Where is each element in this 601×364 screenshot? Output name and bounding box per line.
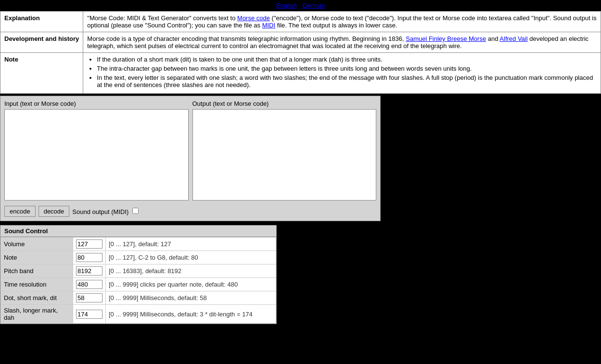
volume-row: Volume [0 ... 127], default: 127	[1, 238, 276, 251]
explanation-row: Explanation "Morse Code: MIDI & Text Gen…	[0, 12, 601, 32]
note-sc-label: Note	[1, 251, 73, 264]
output-textarea[interactable]	[192, 109, 377, 201]
explanation-content: "Morse Code: MIDI & Text Generator" conv…	[83, 12, 601, 32]
top-nav: English German	[0, 0, 601, 11]
time-resolution-input[interactable]	[76, 280, 102, 289]
io-buttons: encode decode Sound output (MIDI)	[4, 206, 376, 217]
dot-label: Dot, short mark, dit	[1, 291, 73, 305]
midi-link[interactable]: MIDI	[262, 22, 275, 29]
dot-row: Dot, short mark, dit [0 ... 9999] Millis…	[1, 291, 276, 305]
time-resolution-row: Time resolution [0 ... 9999] clicks per …	[1, 278, 276, 291]
info-table: Explanation "Morse Code: MIDI & Text Gen…	[0, 11, 601, 94]
time-resolution-desc: [0 ... 9999] clicks per quarter note, de…	[106, 278, 276, 291]
note-item-1: If the duration of a short mark (dit) is…	[97, 56, 597, 63]
development-label: Development and history	[0, 32, 83, 53]
output-col: Output (text or Morse code)	[192, 100, 377, 202]
note-row: Note If the duration of a short mark (di…	[0, 53, 601, 94]
pitch-input[interactable]	[76, 266, 102, 276]
slash-input[interactable]	[76, 310, 102, 319]
dot-input[interactable]	[76, 293, 102, 302]
sound-output-checkbox[interactable]	[132, 208, 139, 214]
explanation-label: Explanation	[0, 12, 83, 32]
development-row: Development and history Morse code is a …	[0, 32, 601, 53]
sound-control-header: Sound Control	[0, 226, 276, 237]
samuel-link[interactable]: Samuel Finley Breese Morse	[406, 35, 486, 42]
time-resolution-input-cell	[73, 278, 106, 291]
time-resolution-label: Time resolution	[1, 278, 73, 291]
output-label: Output (text or Morse code)	[192, 100, 377, 107]
development-content: Morse code is a type of character encodi…	[83, 32, 601, 53]
note-sc-desc: [0 ... 127], C-2 to G8, default: 80	[106, 251, 276, 264]
sound-control-table: Volume [0 ... 127], default: 127 Note [0…	[0, 237, 276, 324]
note-item-3: In the text, every letter is separated w…	[97, 74, 597, 88]
pitch-row: Pitch band [0 ... 16383], default: 8192	[1, 264, 276, 278]
dot-desc: [0 ... 9999] Milliseconds, default: 58	[106, 291, 276, 305]
slash-input-cell	[73, 305, 106, 324]
sound-output-label: Sound output (MIDI)	[72, 208, 139, 215]
slash-row: Slash, longer mark, dah [0 ... 9999] Mil…	[1, 305, 276, 324]
german-link[interactable]: German	[302, 2, 325, 9]
input-col: Input (text or Morse code)	[4, 100, 189, 202]
input-label: Input (text or Morse code)	[4, 100, 189, 107]
pitch-desc: [0 ... 16383], default: 8192	[106, 264, 276, 278]
io-section: Input (text or Morse code) Output (text …	[0, 96, 381, 221]
note-label: Note	[0, 53, 83, 94]
note-content: If the duration of a short mark (dit) is…	[83, 53, 601, 94]
english-link[interactable]: English	[276, 2, 297, 9]
note-item-2: The intra-character gap between two mark…	[97, 65, 597, 72]
dot-input-cell	[73, 291, 106, 305]
encode-button[interactable]: encode	[4, 206, 36, 217]
note-sc-input[interactable]	[76, 253, 102, 262]
note-row-sc: Note [0 ... 127], C-2 to G8, default: 80	[1, 251, 276, 264]
volume-desc: [0 ... 127], default: 127	[106, 238, 276, 251]
volume-label: Volume	[1, 238, 73, 251]
alfred-link[interactable]: Alfred Vail	[499, 35, 527, 42]
slash-desc: [0 ... 9999] Milliseconds, default: 3 * …	[106, 305, 276, 324]
pitch-label: Pitch band	[1, 264, 73, 278]
decode-button[interactable]: decode	[38, 206, 70, 217]
volume-input-cell	[73, 238, 106, 251]
morse-code-link[interactable]: Morse code	[237, 14, 270, 22]
input-textarea[interactable]	[4, 109, 189, 201]
pitch-input-cell	[73, 264, 106, 278]
note-sc-input-cell	[73, 251, 106, 264]
sound-control-section: Sound Control Volume [0 ... 127], defaul…	[0, 225, 277, 324]
slash-label: Slash, longer mark, dah	[1, 305, 73, 324]
volume-input[interactable]	[76, 239, 102, 249]
